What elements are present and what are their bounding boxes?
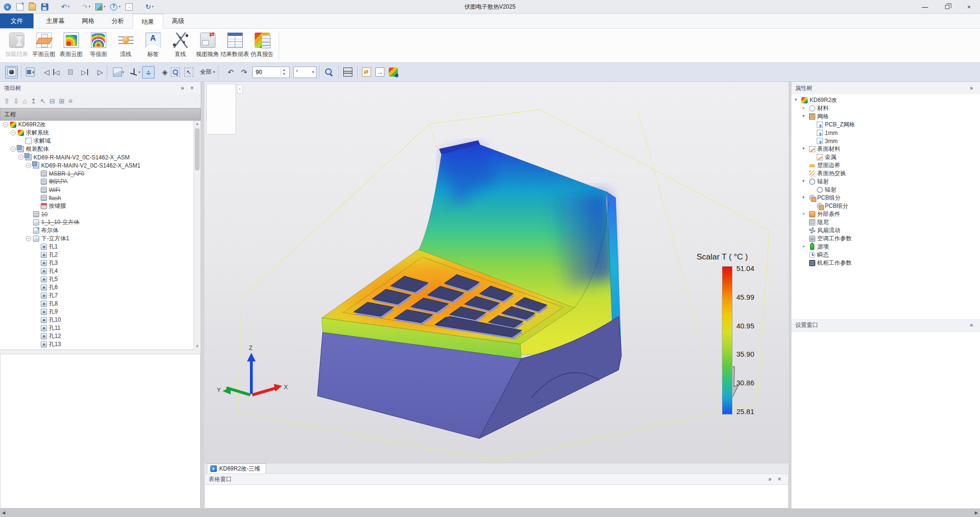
tree-item[interactable]: 孔6 <box>0 283 194 292</box>
tree-expander-icon[interactable] <box>34 179 39 184</box>
tree-expander-icon[interactable] <box>810 122 815 127</box>
rotation-angle-input[interactable] <box>253 69 281 76</box>
ribbon-tab[interactable]: 分析 <box>103 13 133 28</box>
ribbon-tab[interactable]: 网格 <box>73 13 103 28</box>
streamline-tool[interactable] <box>222 98 232 108</box>
tree-expander-icon[interactable] <box>34 285 39 290</box>
scroll-right-icon[interactable]: ▶ <box>975 510 978 515</box>
tree-item[interactable]: 辐射 <box>791 186 980 194</box>
isosurface-button[interactable]: 等值面 <box>85 31 112 61</box>
expand-all-button[interactable]: ⊞ <box>59 97 65 105</box>
export-model-button[interactable] <box>373 66 386 79</box>
move-down-button[interactable]: ⇩ <box>13 97 19 105</box>
close-panel-icon[interactable]: × <box>775 476 784 483</box>
scroll-up-icon[interactable]: ▲ <box>194 121 201 127</box>
tree-expander-icon[interactable] <box>34 260 39 266</box>
box-select-button[interactable] <box>182 66 195 79</box>
properties-button[interactable]: ≡ <box>68 97 72 105</box>
go-start-button[interactable] <box>51 66 63 79</box>
tree-item[interactable]: 布尔体 <box>0 226 194 235</box>
tree-item[interactable]: 瞬态 <box>791 251 980 259</box>
tree-expander-icon[interactable] <box>26 163 31 168</box>
tree-expander-icon[interactable] <box>34 269 39 274</box>
result-table-button[interactable]: 结果数据表 <box>221 31 248 61</box>
tree-expander-icon[interactable] <box>802 146 807 152</box>
tree-item[interactable]: 孔7 <box>0 292 194 300</box>
scroll-down-icon[interactable]: ▼ <box>194 343 201 350</box>
angle-unit-dropdown[interactable]: ° ▾ <box>293 67 316 78</box>
tree-expander-icon[interactable] <box>802 220 807 225</box>
tree-expander-icon[interactable] <box>34 309 39 315</box>
tree-item[interactable]: 1mm <box>791 129 980 137</box>
go-end-button[interactable] <box>78 66 90 79</box>
pick-select-button[interactable]: ↖ <box>40 97 46 105</box>
tree-expander-icon[interactable] <box>34 187 39 192</box>
surface-contour-tool[interactable] <box>222 86 232 96</box>
tree-item[interactable]: 表面材料 <box>791 145 980 153</box>
tree-item[interactable]: 材料 <box>791 104 980 112</box>
tree-item[interactable]: PCB_Z网格 <box>791 121 980 129</box>
record-button[interactable] <box>24 66 36 79</box>
tree-item[interactable]: 下-立方体1 <box>0 235 194 243</box>
viewport-canvas[interactable]: Z Y X <box>204 82 789 463</box>
triad-options-button[interactable] <box>126 66 141 79</box>
tree-item[interactable]: 按键膜 <box>0 202 194 210</box>
tree-item[interactable]: 孔2 <box>0 251 194 259</box>
tree-expander-icon[interactable] <box>810 130 815 135</box>
ribbon-tab[interactable]: 主屏幕 <box>37 13 73 28</box>
view-undo-button[interactable]: ↶ <box>222 66 234 79</box>
tree-item[interactable]: 孔11 <box>0 324 194 332</box>
stop-button[interactable] <box>64 66 77 79</box>
tree-expander-icon[interactable] <box>810 187 815 192</box>
tree-expander-icon[interactable] <box>802 179 807 184</box>
tree-item[interactable]: 1_1_10-立方体 <box>0 218 194 226</box>
load-results-button[interactable]: 加载结果 <box>3 31 30 61</box>
tree-expander-icon[interactable] <box>802 212 807 217</box>
view-cube-button[interactable] <box>110 66 125 79</box>
pan-button[interactable] <box>142 66 155 79</box>
result-settings-button[interactable] <box>387 66 399 79</box>
tree-item[interactable]: 喇叭PA <box>0 178 194 186</box>
tree-promote-button[interactable]: ↥ <box>31 97 36 105</box>
tree-expander-icon[interactable] <box>34 317 39 323</box>
collapse-all-button[interactable]: ⊟ <box>49 97 55 105</box>
tree-item[interactable]: 孔12 <box>0 332 194 340</box>
undo-button[interactable]: ↶ <box>53 1 70 12</box>
tree-item[interactable]: 网格 <box>791 112 980 121</box>
viewport-3d[interactable]: Z Y X ‹ Scalar T ( °C ) 51.0445.9940.953… <box>204 82 789 463</box>
tree-item[interactable]: KD69R2改 <box>791 96 980 104</box>
tree-item[interactable]: 孔4 <box>0 267 194 275</box>
isosurface-tool[interactable] <box>209 98 219 108</box>
tree-expander-icon[interactable] <box>802 163 807 168</box>
tree-item[interactable]: 壁面边界 <box>791 161 980 169</box>
spinner-arrows[interactable]: ▲▼ <box>281 68 287 76</box>
tree-item[interactable]: 辐射 <box>791 178 980 186</box>
step-back-button[interactable]: ◁ <box>37 66 50 79</box>
tree-expander-icon[interactable] <box>18 138 23 144</box>
tree-expander-icon[interactable] <box>34 342 39 347</box>
tree-expander-icon[interactable] <box>802 244 807 249</box>
tree-item[interactable]: 阻尼 <box>791 218 980 226</box>
project-tree-scrollbar[interactable]: ▲ ▼ <box>193 121 201 350</box>
tree-item[interactable]: 孔13 <box>0 340 194 348</box>
tree-expander-icon[interactable] <box>26 228 31 233</box>
tree-item[interactable]: 外部条件 <box>791 210 980 218</box>
curve-chart-button[interactable] <box>341 66 354 79</box>
tree-expander-icon[interactable] <box>802 252 807 258</box>
tree-expander-icon[interactable] <box>34 326 39 331</box>
surface-contour-button[interactable]: 表面云图 <box>57 31 85 61</box>
tree-item[interactable]: MSBR-1_AF0 <box>0 169 194 178</box>
project-root-header[interactable]: 工程 <box>0 108 201 121</box>
ribbon-tab[interactable]: 文件 <box>0 13 34 28</box>
tree-item[interactable]: 孔8 <box>0 300 194 308</box>
tree-expander-icon[interactable] <box>810 203 815 209</box>
tree-expander-icon[interactable] <box>810 138 815 144</box>
tree-item[interactable]: 机柜工作参数 <box>791 259 980 267</box>
export-button[interactable] <box>124 1 134 12</box>
view-tab[interactable]: e KD69R2改-三维 <box>207 463 266 473</box>
display-filter-dropdown[interactable]: 全部 ▾ <box>198 66 217 79</box>
collapse-panel-icon[interactable]: » <box>178 85 187 91</box>
close-button[interactable]: × <box>958 0 980 13</box>
tree-expander-icon[interactable] <box>3 122 8 127</box>
save-button[interactable] <box>40 1 50 12</box>
